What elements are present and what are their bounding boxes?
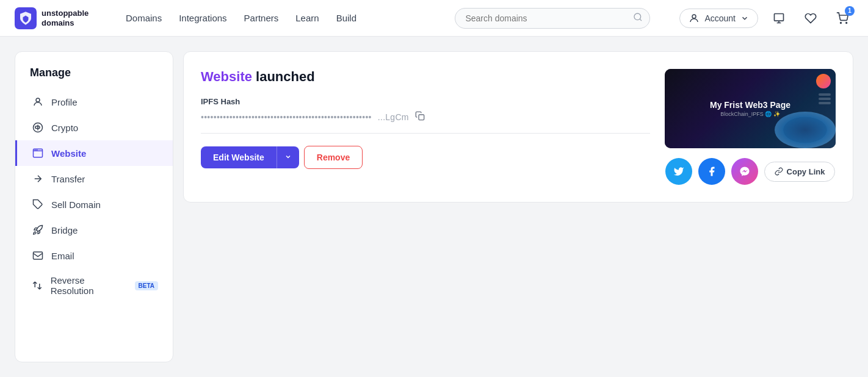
twitter-share-button[interactable] — [665, 158, 692, 185]
nav-build[interactable]: Build — [336, 13, 356, 23]
ipfs-hash-masked: ••••••••••••••••••••••••••••••••••••••••… — [201, 112, 372, 122]
copy-hash-icon[interactable] — [415, 111, 425, 123]
heart-icon — [805, 12, 817, 24]
sidebar-title: Manage — [15, 66, 173, 89]
preview-sidebar — [819, 93, 831, 104]
svg-point-6 — [36, 98, 40, 102]
svg-point-4 — [841, 22, 842, 23]
sidebar-sell-label: Sell Domain — [51, 199, 101, 210]
sidebar-reverse-label: Reverse Resolution — [51, 275, 125, 296]
sidebar-crypto-label: Crypto — [51, 123, 78, 133]
svg-rect-10 — [34, 252, 43, 259]
svg-point-1 — [634, 13, 641, 20]
website-preview-area: My Frist Web3 Page BlockChain_IPFS 🌐 ✨ — [665, 69, 836, 185]
preview-dot-2 — [819, 98, 831, 100]
preview-subtitle: BlockChain_IPFS 🌐 ✨ — [720, 111, 780, 117]
person-icon — [32, 96, 44, 108]
account-button[interactable]: Account — [679, 9, 758, 28]
edit-website-group: Edit Website — [201, 146, 299, 168]
title-launched: launched — [252, 69, 315, 84]
navbar: unstoppable domains Domains Integrations… — [0, 0, 868, 37]
browser-icon — [32, 147, 44, 159]
main-layout: Manage Profile Crypto Web — [0, 37, 868, 377]
action-buttons: Edit Website Remove — [201, 146, 650, 169]
nav-actions: Account 1 — [679, 7, 853, 29]
search-input[interactable] — [455, 8, 650, 29]
dollar-icon — [32, 121, 44, 134]
facebook-icon — [706, 166, 717, 177]
nav-integrations[interactable]: Integrations — [179, 13, 226, 23]
sidebar-item-profile[interactable]: Profile — [15, 89, 173, 115]
logo-text: unstoppable domains — [42, 9, 89, 27]
remove-button[interactable]: Remove — [304, 146, 363, 169]
sidebar-item-email[interactable]: Email — [15, 243, 173, 268]
sidebar-item-transfer[interactable]: Transfer — [15, 166, 173, 192]
logo-icon — [15, 7, 37, 29]
transfer-icon — [32, 173, 44, 185]
envelope-icon — [32, 250, 44, 262]
website-card: Website launched IPFS Hash •••••••••••••… — [183, 51, 853, 203]
title-website: Website — [201, 69, 252, 84]
nav-partners[interactable]: Partners — [244, 13, 279, 23]
copy-link-button[interactable]: Copy Link — [764, 162, 836, 182]
nav-links: Domains Integrations Partners Learn Buil… — [126, 13, 356, 23]
account-icon — [689, 13, 700, 24]
list-icon-button[interactable] — [768, 7, 790, 29]
svg-point-2 — [692, 15, 696, 18]
wishlist-icon-button[interactable] — [800, 7, 822, 29]
beta-badge: BETA — [135, 281, 158, 290]
preview-dot-1 — [819, 93, 831, 96]
rocket-icon — [32, 224, 44, 236]
preview-title: My Frist Web3 Page — [710, 100, 790, 110]
sidebar: Manage Profile Crypto Web — [15, 51, 173, 362]
website-main: Website launched IPFS Hash •••••••••••••… — [201, 69, 650, 185]
svg-rect-11 — [419, 115, 424, 120]
preview-dot-3 — [819, 102, 831, 104]
cart-badge: 1 — [845, 6, 855, 16]
preview-background: My Frist Web3 Page BlockChain_IPFS 🌐 ✨ — [665, 69, 836, 148]
website-preview: My Frist Web3 Page BlockChain_IPFS 🌐 ✨ — [665, 69, 836, 148]
logo[interactable]: unstoppable domains — [15, 7, 106, 29]
svg-point-5 — [846, 22, 847, 23]
edit-website-button[interactable]: Edit Website — [201, 146, 277, 168]
ipfs-hash-suffix: ...LgCm — [378, 112, 409, 122]
chevron-down-icon — [740, 14, 749, 23]
ipfs-label: IPFS Hash — [201, 97, 650, 106]
svg-rect-3 — [775, 13, 784, 21]
ipfs-hash-row: ••••••••••••••••••••••••••••••••••••••••… — [201, 111, 650, 134]
search-bar — [455, 8, 650, 29]
website-launched-title: Website launched — [201, 69, 650, 85]
sidebar-item-bridge[interactable]: Bridge — [15, 217, 173, 243]
arrows-icon — [32, 279, 43, 292]
nav-domains[interactable]: Domains — [126, 13, 162, 23]
twitter-icon — [673, 166, 684, 177]
facebook-share-button[interactable] — [698, 158, 725, 185]
link-icon — [775, 167, 783, 176]
cart-icon-button[interactable]: 1 — [831, 7, 853, 29]
sidebar-profile-label: Profile — [51, 97, 78, 107]
chevron-down-small-icon — [284, 153, 292, 160]
search-icon — [633, 12, 643, 24]
preview-globe — [775, 112, 836, 148]
account-label: Account — [704, 13, 736, 23]
messenger-icon — [739, 166, 750, 177]
sidebar-bridge-label: Bridge — [51, 225, 78, 235]
messenger-share-button[interactable] — [731, 158, 758, 185]
nav-learn[interactable]: Learn — [295, 13, 319, 23]
sidebar-transfer-label: Transfer — [51, 174, 85, 184]
list-icon — [773, 12, 785, 24]
edit-website-chevron[interactable] — [277, 146, 299, 168]
preview-avatar — [816, 74, 831, 88]
sidebar-item-website[interactable]: Website — [15, 140, 173, 166]
copy-link-label: Copy Link — [787, 167, 825, 176]
content-area: Website launched IPFS Hash •••••••••••••… — [183, 51, 853, 362]
sidebar-item-crypto[interactable]: Crypto — [15, 115, 173, 140]
tag-icon — [32, 198, 44, 210]
sidebar-email-label: Email — [51, 251, 74, 261]
sidebar-item-sell-domain[interactable]: Sell Domain — [15, 192, 173, 217]
social-row: Copy Link — [665, 158, 836, 185]
sidebar-item-reverse-resolution[interactable]: Reverse Resolution BETA — [15, 268, 173, 303]
sidebar-website-label: Website — [51, 148, 86, 159]
